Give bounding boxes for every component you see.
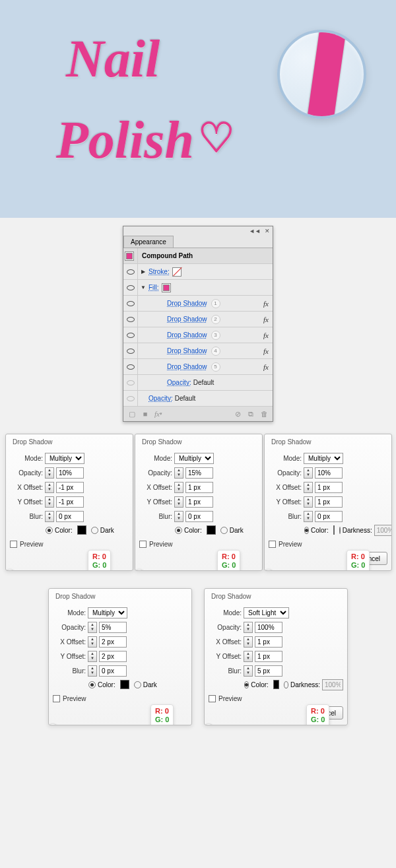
darkness-radio[interactable]	[134, 681, 141, 688]
stepper-icon[interactable]: ▲▼	[88, 622, 97, 633]
drop-shadow-label[interactable]: Drop Shadow	[167, 347, 207, 354]
fx-icon[interactable]: fx	[263, 331, 269, 339]
stepper-icon[interactable]: ▲▼	[174, 482, 183, 493]
duplicate-icon[interactable]: ⧉	[246, 409, 255, 418]
drop-shadow-row[interactable]: Drop Shadow3fx	[123, 327, 273, 343]
color-swatch[interactable]	[120, 680, 129, 689]
disclosure-icon[interactable]: ▼	[138, 284, 148, 290]
no-selection-icon[interactable]: ▢	[127, 409, 137, 418]
mode-select[interactable]: Multiply	[304, 453, 343, 464]
preview-checkbox[interactable]	[269, 541, 276, 548]
color-radio[interactable]	[244, 681, 249, 688]
visibility-icon[interactable]	[127, 396, 135, 401]
stepper-icon[interactable]: ▲▼	[174, 467, 183, 479]
visibility-icon[interactable]	[127, 301, 135, 306]
yoffset-input[interactable]	[255, 651, 282, 662]
darkness-radio[interactable]	[220, 527, 228, 534]
fill-label[interactable]: Fill:	[148, 284, 159, 291]
preview-checkbox[interactable]	[209, 695, 216, 702]
darkness-radio[interactable]	[339, 527, 341, 534]
stroke-label[interactable]: Stroke:	[148, 268, 170, 275]
stepper-icon[interactable]: ▲▼	[88, 665, 97, 677]
stepper-icon[interactable]: ▲▼	[174, 511, 183, 522]
fill-swatch[interactable]	[163, 284, 170, 291]
mode-select[interactable]: Multiply	[45, 453, 84, 464]
color-radio[interactable]	[88, 681, 96, 688]
stepper-icon[interactable]: ▲▼	[304, 511, 313, 522]
blur-input[interactable]	[185, 511, 213, 522]
fx-icon[interactable]: fx	[263, 363, 269, 371]
color-swatch[interactable]	[333, 525, 335, 535]
blur-input[interactable]	[99, 665, 127, 677]
drop-shadow-row[interactable]: Drop Shadow1fx	[123, 296, 273, 312]
stepper-icon[interactable]: ▲▼	[45, 496, 54, 508]
fx-icon[interactable]: fx	[263, 316, 269, 323]
drop-shadow-label[interactable]: Drop Shadow	[167, 363, 207, 370]
visibility-icon[interactable]	[127, 364, 135, 370]
fx-icon[interactable]: fx	[263, 347, 269, 355]
yoffset-input[interactable]	[185, 496, 213, 508]
color-swatch[interactable]	[207, 525, 216, 535]
xoffset-input[interactable]	[315, 482, 343, 493]
visibility-icon[interactable]	[127, 349, 135, 354]
visibility-icon[interactable]	[127, 285, 135, 290]
stepper-icon[interactable]: ▲▼	[174, 496, 183, 508]
drop-shadow-row[interactable]: Drop Shadow2fx	[123, 312, 273, 327]
fx-menu-icon[interactable]: fx▾	[154, 409, 163, 418]
fill-row[interactable]: ▼ Fill:	[123, 280, 273, 296]
color-swatch[interactable]	[77, 525, 86, 535]
no-stroke-icon[interactable]	[173, 267, 181, 277]
disable-icon[interactable]: ⊘	[233, 409, 242, 418]
stepper-icon[interactable]: ▲▼	[45, 511, 54, 522]
stepper-icon[interactable]: ▲▼	[304, 496, 313, 508]
mode-select[interactable]: Soft Light	[244, 607, 289, 618]
yoffset-input[interactable]	[315, 496, 343, 508]
delete-icon[interactable]: 🗑	[259, 409, 269, 418]
darkness-radio[interactable]	[91, 527, 98, 534]
stepper-icon[interactable]: ▲▼	[304, 467, 313, 479]
panel-close-icon[interactable]: ✕	[265, 228, 270, 234]
visibility-icon[interactable]	[127, 380, 135, 385]
opacity-label[interactable]: Opacity:	[167, 379, 191, 386]
disclosure-icon[interactable]: ▶	[138, 269, 148, 275]
drop-shadow-label[interactable]: Drop Shadow	[167, 300, 207, 307]
stepper-icon[interactable]: ▲▼	[244, 622, 253, 633]
blur-input[interactable]	[56, 511, 84, 522]
stroke-row[interactable]: ▶ Stroke:	[123, 264, 273, 280]
xoffset-input[interactable]	[255, 636, 282, 648]
stepper-icon[interactable]: ▲▼	[45, 467, 54, 479]
appearance-tab[interactable]: Appearance	[123, 236, 174, 248]
blur-input[interactable]	[255, 665, 282, 677]
stepper-icon[interactable]: ▲▼	[45, 482, 54, 493]
stepper-icon[interactable]: ▲▼	[88, 651, 97, 662]
color-swatch[interactable]	[273, 680, 279, 689]
clear-icon[interactable]: ■	[141, 409, 150, 418]
preview-checkbox[interactable]	[10, 541, 17, 548]
mode-select[interactable]: Multiply	[174, 453, 214, 464]
darkness-radio[interactable]	[284, 681, 288, 688]
visibility-icon[interactable]	[127, 317, 135, 322]
color-radio[interactable]	[175, 527, 182, 534]
opacity-input[interactable]	[99, 622, 127, 633]
stepper-icon[interactable]: ▲▼	[244, 665, 253, 677]
color-radio[interactable]	[304, 527, 309, 534]
drop-shadow-label[interactable]: Drop Shadow	[167, 331, 207, 339]
blur-input[interactable]	[315, 511, 343, 522]
stepper-icon[interactable]: ▲▼	[88, 636, 97, 648]
yoffset-input[interactable]	[99, 651, 127, 662]
object-opacity-row[interactable]: Opacity: Default	[123, 391, 273, 407]
stepper-icon[interactable]: ▲▼	[244, 636, 253, 648]
visibility-icon[interactable]	[127, 333, 135, 338]
drop-shadow-row[interactable]: Drop Shadow5fx	[123, 359, 273, 375]
opacity-input[interactable]	[255, 622, 282, 633]
preview-checkbox[interactable]	[53, 695, 60, 702]
stepper-icon[interactable]: ▲▼	[304, 482, 313, 493]
preview-checkbox[interactable]	[139, 541, 147, 548]
mode-select[interactable]: Multiply	[88, 607, 127, 618]
fill-opacity-row[interactable]: Opacity: Default	[123, 375, 273, 391]
color-radio[interactable]	[46, 527, 53, 534]
visibility-icon[interactable]	[127, 269, 135, 275]
drop-shadow-label[interactable]: Drop Shadow	[167, 316, 207, 323]
opacity-label[interactable]: Opacity:	[148, 395, 173, 402]
opacity-input[interactable]	[56, 467, 84, 479]
